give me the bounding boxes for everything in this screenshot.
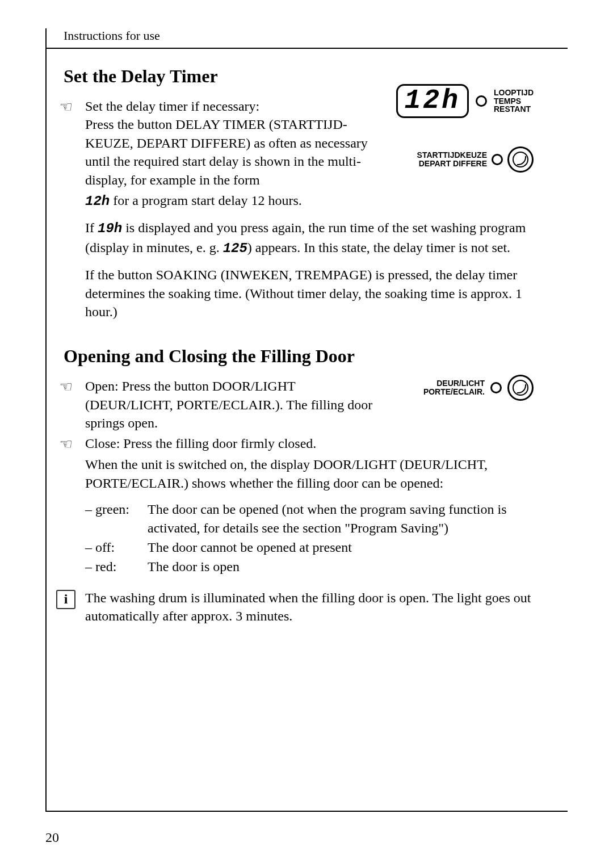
page-header: Instructions for use bbox=[47, 28, 568, 49]
section-title-filling-door: Opening and Closing the Filling Door bbox=[64, 346, 568, 367]
led-indicator-icon bbox=[476, 95, 487, 107]
label-starttijdkeuze: STARTTIJDKEUZE bbox=[417, 151, 487, 160]
step-text: Close: Press the filling door firmly clo… bbox=[85, 434, 568, 453]
hand-pointer-icon: ☞ bbox=[60, 378, 73, 432]
step-text: Open: Press the button DOOR/LIGHT (DEUR/… bbox=[85, 377, 392, 432]
seg-125: 125 bbox=[223, 241, 247, 256]
info-icon: i bbox=[56, 590, 75, 609]
info-drum-light: i The washing drum is illuminated when t… bbox=[47, 589, 568, 626]
step-close-door: ☞ Close: Press the filling door firmly c… bbox=[47, 434, 568, 453]
label-looptijd: LOOPTIJD bbox=[494, 89, 534, 97]
para-door-display: When the unit is switched on, the displa… bbox=[85, 455, 568, 492]
diagram-lcd-timer: 12h LOOPTIJD TEMPS RESTANT bbox=[396, 84, 534, 118]
status-red: – red: The door is open bbox=[85, 557, 568, 576]
hand-pointer-icon: ☞ bbox=[60, 98, 73, 189]
starttijd-labels: STARTTIJDKEUZE DEPART DIFFERE bbox=[417, 151, 487, 167]
led-indicator-icon bbox=[490, 382, 502, 393]
page: Instructions for use Set the Delay Timer… bbox=[0, 0, 613, 868]
label-depart-differe: DEPART DIFFERE bbox=[417, 160, 487, 168]
step-text-cont: 12h for a program start delay 12 hours. bbox=[85, 191, 568, 211]
para-soaking: If the button SOAKING (INWEKEN, TREMPAGE… bbox=[85, 266, 568, 321]
label-deur-licht: DEUR/LICHT bbox=[423, 379, 485, 388]
status-green: – green: The door can be opened (not whe… bbox=[85, 500, 568, 537]
diagram-door-light-button: DEUR/LICHT PORTE/ECLAIR. bbox=[423, 375, 534, 401]
button-icon bbox=[507, 146, 534, 173]
step-text: Set the delay timer if necessary: Press … bbox=[85, 97, 392, 189]
label-porte-eclair: PORTE/ECLAIR. bbox=[423, 388, 485, 396]
door-labels: DEUR/LICHT PORTE/ECLAIR. bbox=[423, 379, 485, 396]
seg-12h-inline: 12h bbox=[85, 194, 110, 209]
label-temps: TEMPS bbox=[494, 97, 534, 106]
lcd-display: 12h bbox=[396, 84, 469, 118]
hand-pointer-icon: ☞ bbox=[60, 435, 73, 453]
diagram-starttijd-button: STARTTIJDKEUZE DEPART DIFFERE bbox=[417, 137, 534, 173]
info-text: The washing drum is illuminated when the… bbox=[85, 589, 568, 626]
led-indicator-icon bbox=[492, 154, 503, 165]
para-19h: If 19h is displayed and you press again,… bbox=[85, 219, 568, 258]
lcd-side-labels: LOOPTIJD TEMPS RESTANT bbox=[494, 89, 534, 114]
content-frame: Instructions for use Set the Delay Timer… bbox=[45, 28, 568, 812]
label-restant: RESTANT bbox=[494, 105, 534, 114]
status-off: – off: The door cannot be opened at pres… bbox=[85, 538, 568, 556]
seg-19h: 19h bbox=[98, 221, 122, 236]
button-icon bbox=[507, 375, 534, 401]
page-number: 20 bbox=[45, 830, 59, 845]
